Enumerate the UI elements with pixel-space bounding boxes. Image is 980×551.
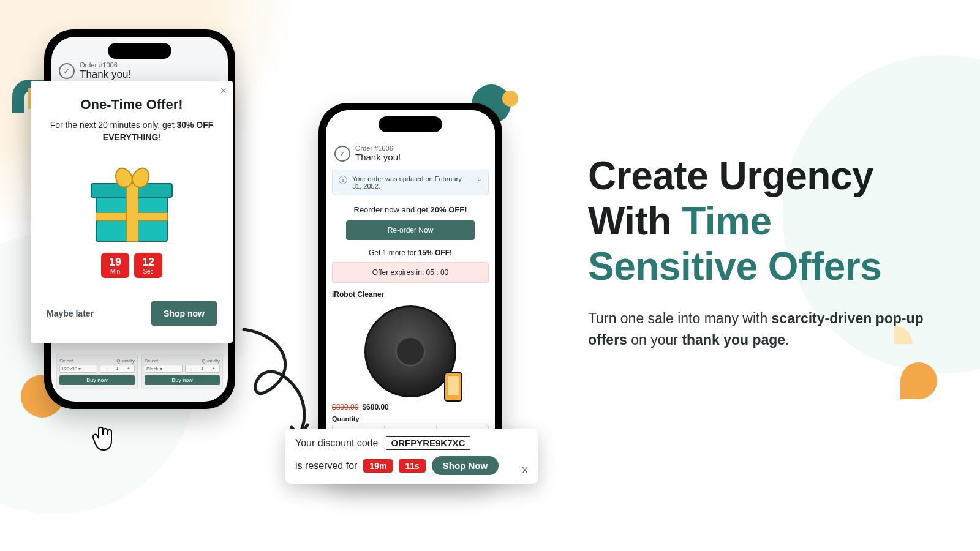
- bg-buy-button[interactable]: Buy now: [145, 375, 220, 385]
- timer-chip-sec: 11s: [399, 459, 425, 473]
- order-updated-banner[interactable]: i Your order was updated on February 31,…: [332, 170, 489, 195]
- timer-minutes: 19 Min: [101, 253, 129, 278]
- order-updated-text: Your order was updated on February 31, 2…: [352, 175, 472, 190]
- chevron-down-icon: ⌄: [477, 175, 482, 183]
- bg-product-card: SelectQuantity Black ▾ -1+ Buy now: [141, 354, 223, 389]
- shop-now-pill-button[interactable]: Shop Now: [432, 456, 499, 475]
- phone-notch-icon: [379, 116, 442, 132]
- headline-block: Create Urgency With Time Sensitive Offer…: [588, 153, 931, 351]
- headline-sub: Turn one sale into many with scarcity-dr…: [588, 308, 931, 351]
- cursor-hand-icon: [92, 425, 116, 452]
- timer-seconds: 12 Sec: [134, 253, 162, 278]
- countdown-timer: 19 Min 12 Sec: [43, 253, 221, 278]
- phone-mockup-right: ✓ Order #1006 Thank you! i Your order wa…: [318, 103, 502, 482]
- check-icon: ✓: [334, 146, 350, 162]
- thank-you-text: Thank you!: [80, 69, 131, 81]
- reorder-headline: Reorder now and get 20% OFF!: [332, 205, 489, 214]
- get-one-more: Get 1 more for 15% OFF!: [332, 249, 489, 257]
- product-price: $800.00$680.00: [332, 403, 489, 411]
- phone-notch-icon: [108, 43, 172, 59]
- deco-dot-yellow-icon: [502, 91, 518, 107]
- close-icon[interactable]: X: [522, 465, 528, 475]
- offer-popup: × One-Time Offer! For the next 20 minute…: [31, 81, 233, 343]
- reserved-label: is reserved for: [295, 460, 357, 471]
- product-image: [358, 302, 462, 400]
- discount-code[interactable]: ORFPYRE9K7XC: [386, 436, 471, 450]
- price-new: $680.00: [362, 403, 388, 411]
- discount-label: Your discount code: [295, 438, 379, 449]
- headline-title: Create Urgency With Time Sensitive Offer…: [588, 153, 931, 290]
- maybe-later-button[interactable]: Maybe later: [47, 309, 94, 318]
- product-name: iRobot Cleaner: [332, 290, 489, 299]
- order-header: ✓ Order #1006 Thank you!: [332, 143, 489, 168]
- deco-petal-br-icon: [900, 362, 937, 399]
- bg-select[interactable]: Black ▾: [145, 365, 183, 373]
- order-number: Order #1006: [80, 61, 131, 69]
- bg-buy-button[interactable]: Buy now: [59, 375, 135, 385]
- bg-select[interactable]: 120x30 ▾: [59, 365, 97, 373]
- check-icon: ✓: [59, 63, 75, 79]
- gift-icon: [91, 160, 173, 242]
- phone-mini-icon: [444, 372, 462, 402]
- arrow-swirl-icon: [232, 323, 323, 446]
- timer-chip-min: 19m: [363, 459, 393, 473]
- order-number: Order #1006: [355, 144, 401, 152]
- thank-you-text: Thank you!: [355, 152, 401, 162]
- bg-product-card: SelectQuantity 120x30 ▾ -1+ Buy now: [56, 354, 138, 389]
- popup-subtitle: For the next 20 minutes only, get 30% OF…: [43, 119, 221, 144]
- bg-qty[interactable]: -1+: [100, 365, 135, 373]
- bg-qty[interactable]: -1+: [185, 365, 221, 373]
- close-icon[interactable]: ×: [220, 84, 227, 97]
- robot-vacuum-icon: [364, 305, 456, 397]
- shop-now-button[interactable]: Shop now: [151, 301, 217, 326]
- reorder-button[interactable]: Re-order Now: [346, 220, 475, 240]
- info-icon: i: [339, 176, 347, 184]
- discount-code-bar: Your discount code ORFPYRE9K7XC is reser…: [285, 429, 538, 484]
- popup-title: One-Time Offer!: [43, 97, 221, 113]
- phone-screen: ✓ Order #1006 Thank you! i Your order wa…: [326, 110, 495, 475]
- offer-expires-banner: Offer expires in: 05 : 00: [332, 262, 489, 283]
- background-products: SelectQuantity 120x30 ▾ -1+ Buy now Sele…: [56, 354, 223, 389]
- price-old: $800.00: [332, 403, 358, 411]
- quantity-label: Quantity: [332, 415, 489, 422]
